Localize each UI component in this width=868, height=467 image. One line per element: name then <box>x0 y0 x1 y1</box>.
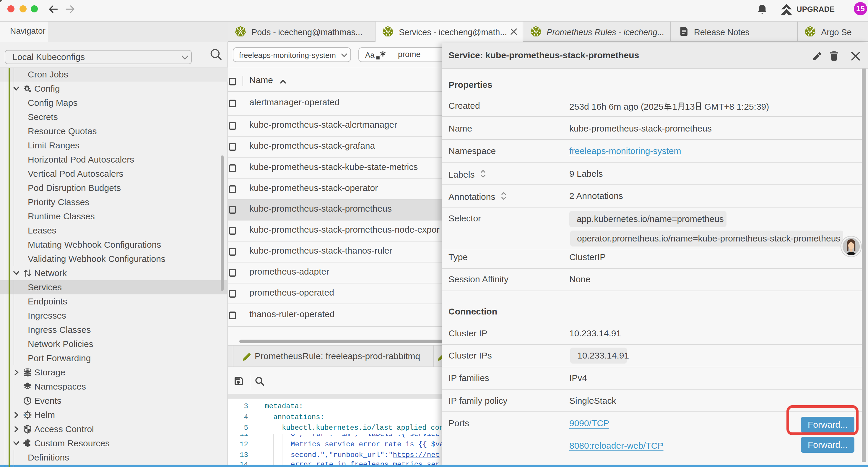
svg-text:HELM: HELM <box>24 414 31 417</box>
